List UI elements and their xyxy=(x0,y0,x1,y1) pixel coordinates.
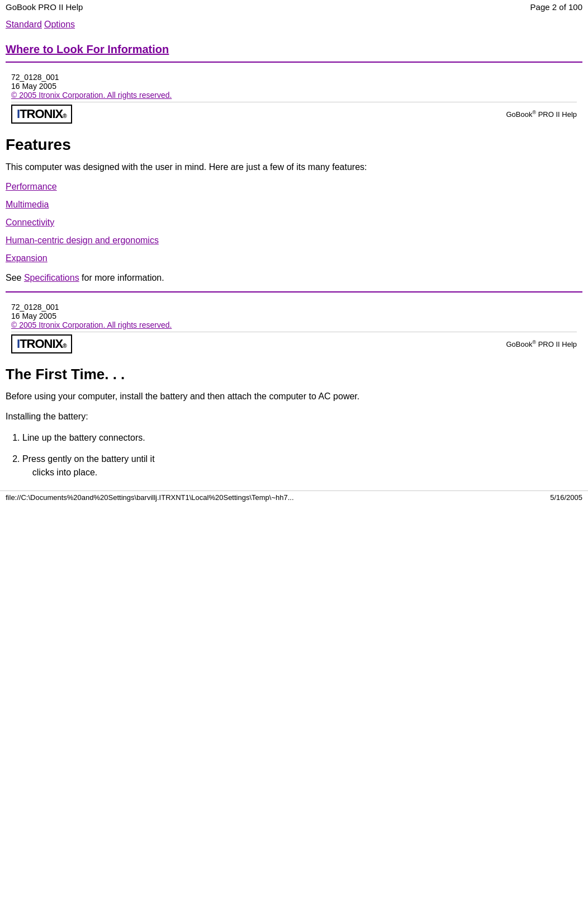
section-divider-1 xyxy=(6,62,582,63)
status-bar: file://C:\Documents%20and%20Settings\bar… xyxy=(0,490,588,504)
footer2-gobook-label: GoBook® PRO II Help xyxy=(506,339,577,348)
status-date: 5/16/2005 xyxy=(550,493,582,502)
human-centric-link[interactable]: Human-centric design and ergonomics xyxy=(6,235,582,246)
file-path: file://C:\Documents%20and%20Settings\bar… xyxy=(6,493,294,502)
footer2-logo-row: ITRONIX® GoBook® PRO II Help xyxy=(11,332,577,353)
specifications-link[interactable]: Specifications xyxy=(24,273,79,282)
footer2-copyright[interactable]: © 2005 Itronix Corporation. All rights r… xyxy=(11,320,172,329)
top-bar: GoBook PRO II Help Page 2 of 100 xyxy=(0,0,588,14)
section-divider-2 xyxy=(6,291,582,292)
page-content: Standard Options Where to Look For Infor… xyxy=(0,20,588,479)
footer-block-1: 72_0128_001 16 May 2005 © 2005 Itronix C… xyxy=(6,68,582,126)
multimedia-link[interactable]: Multimedia xyxy=(6,200,582,210)
first-time-intro: Before using your computer, install the … xyxy=(6,390,582,403)
performance-link[interactable]: Performance xyxy=(6,182,582,192)
standard-link[interactable]: Standard xyxy=(6,20,42,29)
page-info: Page 2 of 100 xyxy=(530,2,582,12)
connectivity-link[interactable]: Connectivity xyxy=(6,218,582,228)
battery-step-1: Line up the battery connectors. xyxy=(22,431,582,445)
footer-block-2: 72_0128_001 16 May 2005 © 2005 Itronix C… xyxy=(6,298,582,356)
nav-links: Standard Options Where to Look For Infor… xyxy=(6,20,582,56)
features-heading: Features xyxy=(6,136,582,154)
battery-step-2: Press gently on the battery until it cli… xyxy=(22,452,582,479)
features-intro: This computer was designed with the user… xyxy=(6,161,582,174)
itronix-logo-text-2: ITRONIX® xyxy=(17,337,67,351)
itronix-logo-text: ITRONIX® xyxy=(17,107,67,121)
footer1-docnum: 72_0128_001 xyxy=(11,73,577,82)
first-time-heading: The First Time. . . xyxy=(6,366,582,383)
footer2-docnum: 72_0128_001 xyxy=(11,303,577,312)
footer1-date: 16 May 2005 xyxy=(11,82,577,91)
where-to-look-link[interactable]: Where to Look For Information xyxy=(6,43,169,55)
battery-steps-list: Line up the battery connectors. Press ge… xyxy=(22,431,582,479)
app-title: GoBook PRO II Help xyxy=(6,2,83,12)
expansion-link[interactable]: Expansion xyxy=(6,253,582,263)
options-link[interactable]: Options xyxy=(44,20,75,29)
itronix-logo-1: ITRONIX® xyxy=(11,105,72,124)
see-specifications-text: See Specifications for more information. xyxy=(6,271,582,285)
footer1-gobook-label: GoBook® PRO II Help xyxy=(506,110,577,119)
footer1-copyright[interactable]: © 2005 Itronix Corporation. All rights r… xyxy=(11,91,172,100)
footer2-date: 16 May 2005 xyxy=(11,312,577,320)
installing-label: Installing the battery: xyxy=(6,410,582,423)
itronix-logo-2: ITRONIX® xyxy=(11,334,72,353)
footer1-logo-row: ITRONIX® GoBook® PRO II Help xyxy=(11,102,577,124)
